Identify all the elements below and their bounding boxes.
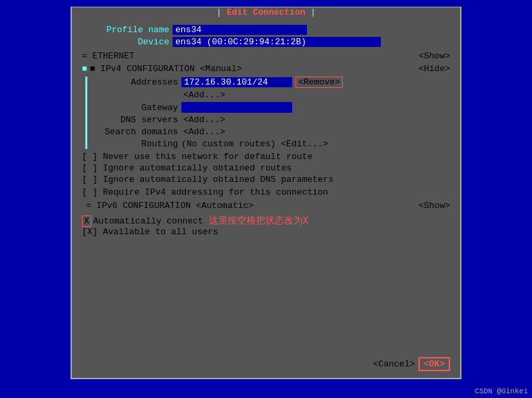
dialog-title: Edit Connection <box>226 7 305 17</box>
ipv4-header: ■ IPv4 CONFIGURATION <Manual> <box>90 64 242 74</box>
edit-connection-dialog: | Edit Connection | Profile name ens34 D… <box>71 7 461 379</box>
remove-button[interactable]: <Remove> <box>296 77 343 88</box>
device-row: Device ens34 (00:0C:29:94:21:2B) <box>82 37 450 47</box>
watermark: CSDN @Ginkei <box>475 387 528 395</box>
available-checkbox[interactable]: [X] Available to all users <box>82 227 218 237</box>
checkbox1[interactable]: [ ] Never use this network for default r… <box>82 152 312 162</box>
ipv6-label: = IPv6 CONFIGURATION <Automatic> <box>86 201 254 211</box>
addresses-label: Addresses <box>91 77 178 87</box>
addresses-row: Addresses 172.16.30.101/24 <Remove> <box>91 77 450 88</box>
device-label: Device <box>82 37 169 47</box>
ethernet-section: = ETHERNET <Show> <box>82 51 450 61</box>
available-row: [X] Available to all users <box>82 227 450 237</box>
ipv4-bullet: ■ <box>82 64 87 74</box>
checkboxes-section: [ ] Never use this network for default r… <box>82 152 450 185</box>
routing-row: Routing (No custom routes) <Edit...> <box>91 139 450 149</box>
cancel-button[interactable]: <Cancel> <box>373 359 414 369</box>
dns-row: DNS servers <Add...> <box>91 115 450 125</box>
add-address-row: <Add...> <box>91 90 450 100</box>
ipv6-section-row: = IPv6 CONFIGURATION <Automatic> <Show> <box>82 201 450 211</box>
dns-label: DNS servers <box>91 115 178 125</box>
search-domains-row: Search domains <Add...> <box>91 127 450 137</box>
ipv6-show[interactable]: <Show> <box>418 201 450 211</box>
title-bar: | Edit Connection | <box>72 7 460 17</box>
ipv4-hide[interactable]: <Hide> <box>418 64 450 74</box>
search-add-button[interactable]: <Add...> <box>181 127 227 137</box>
routing-label: Routing <box>91 139 178 149</box>
ethernet-label: = ETHERNET <box>82 51 134 61</box>
checkbox3-row: [ ] Ignore automatically obtained DNS pa… <box>82 175 450 185</box>
profile-name-row: Profile name ens34 <box>82 25 450 35</box>
checkbox4-row: [ ] Require IPv4 addressing for this con… <box>82 187 450 197</box>
checkbox4[interactable]: [ ] Require IPv4 addressing for this con… <box>82 187 328 197</box>
add-address-button[interactable]: <Add...> <box>181 90 227 100</box>
ethernet-show[interactable]: <Show> <box>418 51 450 61</box>
profile-name-value[interactable]: ens34 <box>173 25 307 35</box>
ipv4-header-row: ■ ■ IPv4 CONFIGURATION <Manual> <Hide> <box>82 64 450 74</box>
auto-connect-label: Automatically connect <box>93 216 204 226</box>
gateway-label: Gateway <box>91 103 178 113</box>
gateway-row: Gateway <box>91 102 450 113</box>
profile-name-label: Profile name <box>82 25 169 35</box>
auto-connect-annotation: 这里按空格把状态改为X <box>209 215 308 227</box>
auto-connect-row: X Automatically connect 这里按空格把状态改为X <box>82 215 450 227</box>
device-value[interactable]: ens34 (00:0C:29:94:21:2B) <box>173 37 381 47</box>
bottom-bar: <Cancel> <OK> <box>373 357 450 371</box>
address-value[interactable]: 172.16.30.101/24 <box>181 77 292 87</box>
checkbox3[interactable]: [ ] Ignore automatically obtained DNS pa… <box>82 175 333 185</box>
ipv4-section: Addresses 172.16.30.101/24 <Remove> <Add… <box>85 77 450 149</box>
gateway-input[interactable] <box>181 102 292 113</box>
search-domains-label: Search domains <box>91 127 178 137</box>
dns-add-button[interactable]: <Add...> <box>181 115 227 125</box>
ok-button[interactable]: <OK> <box>418 357 450 371</box>
routing-value[interactable]: (No custom routes) <Edit...> <box>181 139 328 149</box>
checkbox1-row: [ ] Never use this network for default r… <box>82 152 450 162</box>
auto-connect-checkbox[interactable]: X <box>82 215 91 227</box>
checkbox2-row: [ ] Ignore automatically obtained routes <box>82 163 450 173</box>
checkbox2[interactable]: [ ] Ignore automatically obtained routes <box>82 163 292 173</box>
